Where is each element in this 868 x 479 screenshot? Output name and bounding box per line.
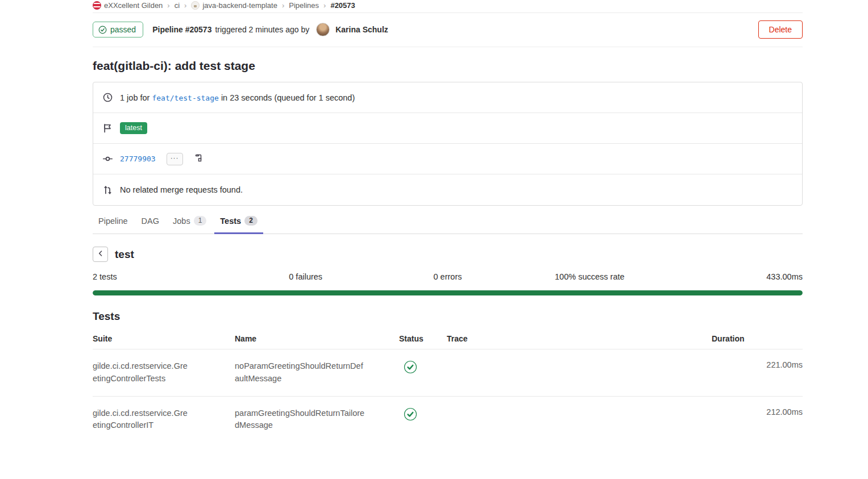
summary-success-rate: 100% success rate — [518, 272, 661, 281]
job-summary-prefix: 1 job for — [120, 93, 149, 102]
tab-dag-label: DAG — [142, 216, 159, 226]
column-header-suite: Suite — [93, 326, 235, 349]
pipeline-id-label: Pipeline #20573 — [152, 25, 211, 34]
commit-title: feat(gitlab-ci): add test stage — [93, 59, 803, 73]
tab-dag[interactable]: DAG — [136, 210, 165, 234]
trace-cell — [447, 396, 712, 443]
tests-table-header-row: Suite Name Status Trace Duration — [93, 326, 803, 349]
success-rate-progress-fill — [93, 290, 803, 295]
breadcrumb-pipelines-label: Pipelines — [289, 1, 319, 10]
latest-row: latest — [93, 113, 802, 144]
check-circle-icon — [98, 26, 107, 34]
chevron-left-icon — [97, 249, 105, 259]
pipeline-page: eXXcellent Gilden › ci › java-backend-te… — [0, 0, 868, 443]
author-avatar[interactable] — [316, 23, 330, 36]
test-passed-icon — [404, 360, 417, 374]
commit-icon — [103, 154, 113, 164]
suite-text: gilde.ci.cd.restservice.GreetingControll… — [93, 360, 190, 385]
tests-table: Suite Name Status Trace Duration gilde.c… — [93, 326, 803, 443]
author-name[interactable]: Karina Schulz — [335, 25, 388, 34]
latest-badge: latest — [120, 122, 147, 134]
column-header-duration: Duration — [712, 326, 803, 349]
trace-cell — [447, 349, 712, 397]
merge-request-icon — [103, 185, 113, 195]
summary-total-duration: 433.00ms — [661, 272, 803, 281]
breadcrumb-separator: › — [184, 1, 186, 10]
pipeline-header: passed Pipeline #20573 triggered 2 minut… — [93, 13, 803, 47]
pipeline-status-badge[interactable]: passed — [93, 22, 143, 38]
test-name-text: paramGreetingShouldReturnTailoredMessage — [235, 407, 367, 432]
breadcrumb-subgroup-link[interactable]: ci — [175, 1, 180, 10]
test-suite-header: test — [93, 247, 803, 262]
group-avatar — [93, 1, 101, 10]
column-header-name: Name — [235, 326, 399, 349]
test-name-text: noParamGreetingShouldReturnDefaultMessag… — [235, 360, 367, 385]
pipeline-status-label: passed — [110, 25, 136, 34]
tab-jobs-count-badge: 1 — [194, 216, 207, 226]
test-row: gilde.ci.cd.restservice.GreetingControll… — [93, 349, 803, 397]
test-suite-title: test — [115, 248, 134, 261]
job-summary-text: 1 job for feat/test-stage in 23 seconds … — [120, 93, 355, 102]
delete-button[interactable]: Delete — [758, 20, 803, 39]
breadcrumb-project-label: java-backend-template — [202, 1, 277, 10]
job-summary-row: 1 job for feat/test-stage in 23 seconds … — [93, 82, 802, 113]
status-cell — [399, 396, 447, 443]
breadcrumb-current-pipeline: #20573 — [330, 1, 355, 10]
job-summary-suffix: in 23 seconds (queued for 1 second) — [221, 93, 355, 102]
summary-failures: 0 failures — [235, 272, 377, 281]
summary-tests-count: 2 tests — [93, 272, 235, 281]
breadcrumb-separator: › — [167, 1, 169, 10]
project-avatar — [191, 1, 200, 10]
test-suite-summary: 2 tests 0 failures 0 errors 100% success… — [93, 272, 803, 281]
copy-sha-button[interactable] — [194, 153, 203, 164]
name-cell: noParamGreetingShouldReturnDefaultMessag… — [235, 349, 399, 397]
duration-cell: 221.00ms — [712, 349, 803, 397]
tab-jobs[interactable]: Jobs 1 — [167, 210, 212, 234]
tab-jobs-label: Jobs — [173, 216, 190, 226]
breadcrumb-separator: › — [323, 1, 326, 10]
tab-pipeline-label: Pipeline — [98, 216, 128, 226]
breadcrumb-pipelines-link[interactable]: Pipelines — [289, 1, 319, 10]
duration-cell: 212.00ms — [712, 396, 803, 443]
pipeline-tabs: Pipeline DAG Jobs 1 Tests 2 — [93, 210, 803, 234]
tests-section-heading: Tests — [93, 310, 803, 323]
status-cell — [399, 349, 447, 397]
breadcrumb-subgroup-label: ci — [175, 1, 180, 10]
breadcrumb: eXXcellent Gilden › ci › java-backend-te… — [93, 0, 803, 13]
merge-request-row: No related merge requests found. — [93, 174, 802, 205]
branch-link[interactable]: feat/test-stage — [152, 94, 218, 102]
commit-row: 27779903 ··· — [93, 144, 802, 174]
tab-pipeline[interactable]: Pipeline — [93, 210, 134, 234]
tab-tests[interactable]: Tests 2 — [214, 210, 263, 234]
pipeline-summary: Pipeline #20573 triggered 2 minutes ago … — [152, 23, 749, 36]
breadcrumb-separator: › — [282, 1, 284, 10]
suite-cell: gilde.ci.cd.restservice.GreetingControll… — [93, 349, 235, 397]
summary-errors: 0 errors — [377, 272, 519, 281]
test-passed-icon — [404, 407, 417, 421]
breadcrumb-project-link[interactable]: java-backend-template — [191, 1, 277, 10]
clipboard-icon — [194, 153, 203, 164]
column-header-trace: Trace — [447, 326, 712, 349]
commit-sha-link[interactable]: 27779903 — [120, 155, 156, 163]
pipeline-triggered-text: triggered 2 minutes ago by — [215, 25, 309, 34]
commit-description-toggle[interactable]: ··· — [167, 153, 183, 165]
name-cell: paramGreetingShouldReturnTailoredMessage — [235, 396, 399, 443]
breadcrumb-group-label: eXXcellent Gilden — [104, 1, 163, 10]
test-row: gilde.ci.cd.restservice.GreetingControll… — [93, 396, 803, 443]
suite-text: gilde.ci.cd.restservice.GreetingControll… — [93, 407, 190, 432]
flag-icon — [103, 123, 113, 133]
suite-cell: gilde.ci.cd.restservice.GreetingControll… — [93, 396, 235, 443]
clock-icon — [103, 93, 113, 102]
breadcrumb-group-link[interactable]: eXXcellent Gilden — [93, 1, 163, 10]
tab-tests-count-badge: 2 — [244, 216, 258, 226]
success-rate-progress-bar — [93, 290, 803, 295]
column-header-status: Status — [399, 326, 447, 349]
back-button[interactable] — [93, 247, 108, 262]
tab-tests-label: Tests — [220, 216, 241, 226]
pipeline-info-box: 1 job for feat/test-stage in 23 seconds … — [93, 82, 803, 206]
merge-request-note: No related merge requests found. — [120, 185, 243, 194]
